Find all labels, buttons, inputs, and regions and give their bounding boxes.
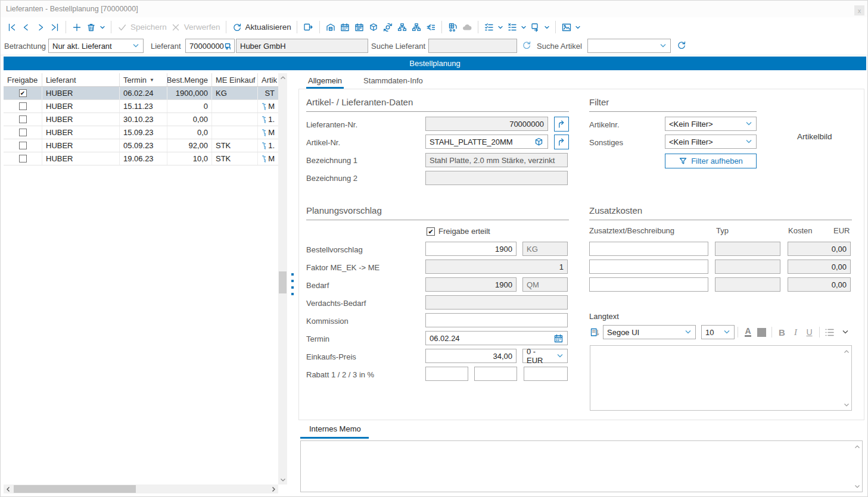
col-lieferant[interactable]: Lieferant [42, 73, 120, 86]
scroll-down-button[interactable] [854, 483, 861, 490]
scroll-left-button[interactable] [4, 485, 13, 493]
nav-next-button[interactable] [33, 19, 48, 35]
row-checkbox[interactable] [19, 155, 27, 162]
artikel-jump-button[interactable] [554, 135, 569, 149]
truck-icon[interactable] [224, 41, 231, 51]
close-icon: x [858, 7, 861, 14]
bestellvorschlag-input[interactable]: 1900 [425, 242, 517, 256]
bedarf-unit-field: QM [522, 277, 568, 292]
langtext-textarea[interactable] [590, 345, 852, 411]
nav-first-button[interactable] [5, 19, 19, 35]
save-button[interactable]: Speichern [115, 19, 169, 35]
row-checkbox[interactable] [19, 129, 27, 136]
memo-textarea[interactable] [300, 440, 863, 492]
zusatz-text-input[interactable] [589, 242, 708, 256]
scroll-thumb[interactable] [279, 271, 287, 293]
col-artikel[interactable]: Artik [258, 73, 278, 86]
euro-list-button[interactable] [424, 19, 438, 35]
col-freigabe[interactable]: Freigabe [4, 73, 42, 86]
sync-button[interactable] [381, 19, 395, 35]
font-size-select[interactable]: 10 [701, 325, 735, 339]
calendar-icon[interactable] [553, 333, 564, 343]
package-button[interactable] [366, 19, 381, 35]
rabatt1-input[interactable] [425, 367, 468, 381]
rabatt2-input[interactable] [474, 367, 517, 381]
font-color-button[interactable]: A [741, 326, 755, 339]
freigabe-erteilt-checkbox[interactable]: ✔ Freigabe erteilt [427, 227, 490, 236]
disabled-transport-button[interactable] [460, 19, 474, 35]
refresh-button[interactable]: Aktualisieren [230, 19, 293, 35]
new-record-button[interactable] [70, 19, 84, 35]
nav-last-button[interactable] [48, 19, 62, 35]
hierarchy-button[interactable] [395, 19, 409, 35]
checklist-menu-button[interactable] [482, 19, 505, 35]
col-me-einkauf[interactable]: ME Einkauf [212, 73, 258, 86]
suche-artikel-refresh-button[interactable] [676, 40, 687, 52]
row-checkbox[interactable] [19, 142, 27, 149]
table-row[interactable]: HUBER 19.06.23 10,0 STK M [4, 152, 278, 165]
row-checkbox[interactable] [19, 102, 27, 110]
bezeichnung2-field [425, 171, 568, 185]
zusatz-text-input[interactable] [589, 277, 708, 292]
table-row[interactable]: HUBER 15.09.23 0,0 M [4, 126, 278, 139]
suche-artikel-select[interactable] [587, 39, 671, 53]
cube-icon[interactable] [534, 137, 544, 147]
italic-button[interactable]: I [789, 326, 802, 339]
tab-allgemein[interactable]: Allgemein [306, 73, 344, 89]
row-checkbox[interactable]: ✔ [19, 89, 27, 97]
tab-stammdaten-info[interactable]: Stammdaten-Info [362, 73, 425, 89]
termin-input[interactable]: 06.02.24 [425, 331, 568, 345]
scroll-thumb[interactable] [14, 485, 136, 493]
bold-button[interactable]: B [775, 326, 789, 339]
warehouse-button[interactable] [323, 19, 338, 35]
hierarchy-alt-button[interactable] [409, 19, 424, 35]
window-switch-button[interactable] [301, 19, 316, 35]
filter-artikelnr-select[interactable]: <Kein Filter> [665, 117, 757, 131]
text-block-icon [590, 327, 600, 337]
scroll-up-button[interactable] [843, 348, 850, 355]
scroll-right-button[interactable] [269, 485, 278, 493]
table-row[interactable]: ✔ HUBER 06.02.24 1900,000 KG ST [4, 87, 278, 100]
kommission-input[interactable] [425, 313, 568, 327]
filter-sonstiges-select[interactable]: <Kein Filter> [665, 135, 757, 149]
uncheck-list-menu-button[interactable] [505, 19, 528, 35]
calendar-week-button[interactable] [338, 19, 352, 35]
tab-internes-memo[interactable]: Internes Memo [309, 424, 361, 433]
discard-button[interactable]: Verwerfen [169, 19, 222, 35]
calendar-month-button[interactable] [352, 19, 366, 35]
rabatt3-input[interactable] [524, 367, 568, 381]
bullet-list-button[interactable] [823, 326, 836, 339]
suche-lieferant-input[interactable] [428, 39, 517, 53]
suche-lieferant-refresh-button[interactable] [521, 40, 532, 52]
betrachtung-select[interactable]: Nur akt. Lieferant [48, 39, 144, 53]
goods-trolley-button[interactable] [446, 19, 460, 35]
table-row[interactable]: HUBER 15.11.23 0 M [4, 100, 278, 113]
filter-aufheben-button[interactable]: Filter aufheben [665, 154, 757, 168]
col-menge[interactable]: Best.Menge [167, 73, 212, 86]
highlight-color-button[interactable] [755, 326, 769, 339]
close-button[interactable]: x [854, 5, 864, 15]
scroll-up-button[interactable] [278, 73, 287, 82]
scroll-down-button[interactable] [278, 476, 287, 485]
zusatz-text-input[interactable] [589, 260, 708, 274]
delete-button[interactable] [84, 19, 107, 35]
artikel-nr-input[interactable]: STAHL_PLATTE_20MM [425, 135, 548, 149]
panel-splitter[interactable] [289, 73, 296, 485]
underline-button[interactable]: U [802, 326, 816, 339]
row-checkbox[interactable] [19, 115, 27, 123]
font-name-select[interactable]: Segoe UI [603, 325, 696, 339]
lieferant-jump-button[interactable] [554, 117, 569, 132]
table-row[interactable]: HUBER 05.09.23 92,00 STK 1. [4, 139, 278, 152]
lieferant-nr-input[interactable]: 70000000 [185, 39, 235, 53]
nav-prev-button[interactable] [19, 19, 33, 35]
image-menu-button[interactable] [559, 19, 583, 35]
col-termin[interactable]: Termin▼ [120, 73, 167, 86]
scroll-up-button[interactable] [854, 443, 861, 450]
more-formatting-button[interactable] [838, 326, 852, 339]
waehrung-select[interactable]: 0 - EUR [522, 349, 568, 363]
load-text-button[interactable] [588, 326, 602, 339]
table-row[interactable]: HUBER 30.10.23 0,00 1. [4, 113, 278, 126]
window-forward-menu-button[interactable] [528, 19, 552, 35]
einkaufs-preis-input[interactable]: 34,00 [425, 349, 517, 363]
scroll-down-button[interactable] [843, 401, 850, 408]
